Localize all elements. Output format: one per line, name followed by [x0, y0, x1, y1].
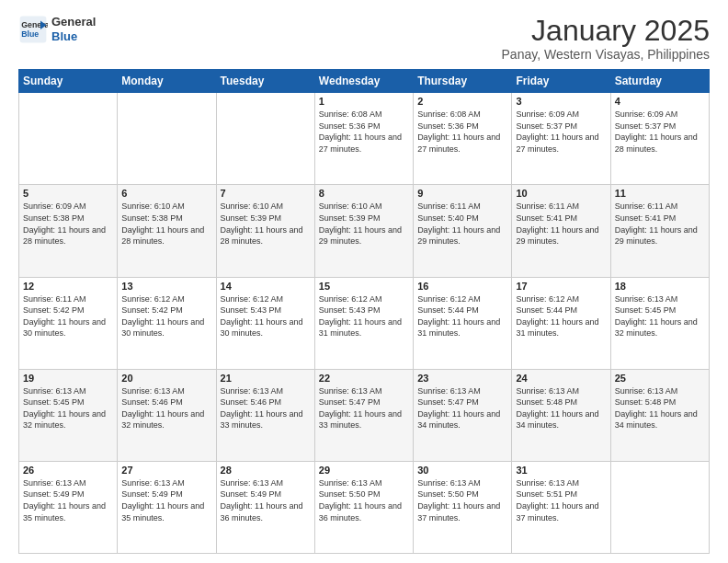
daylight-label: Daylight: 11 hours and 31 minutes.: [516, 317, 598, 339]
calendar-cell: 15Sunrise: 6:12 AMSunset: 5:43 PMDayligh…: [314, 277, 413, 369]
day-number: 9: [417, 188, 507, 199]
day-info: Sunrise: 6:08 AMSunset: 5:36 PMDaylight:…: [319, 109, 409, 155]
sunrise-label: Sunrise: 6:13 AM: [221, 478, 284, 488]
daylight-label: Daylight: 11 hours and 37 minutes.: [417, 501, 500, 523]
calendar-cell: 4Sunrise: 6:09 AMSunset: 5:37 PMDaylight…: [610, 93, 709, 185]
day-info: Sunrise: 6:11 AMSunset: 5:41 PMDaylight:…: [615, 201, 705, 247]
sunset-label: Sunset: 5:47 PM: [417, 397, 479, 407]
daylight-label: Daylight: 11 hours and 32 minutes.: [121, 409, 204, 431]
day-number: 7: [221, 188, 311, 199]
day-number: 17: [516, 281, 606, 292]
sunrise-label: Sunrise: 6:13 AM: [121, 386, 185, 396]
day-number: 10: [516, 188, 606, 199]
day-info: Sunrise: 6:13 AMSunset: 5:45 PMDaylight:…: [615, 293, 705, 339]
page: General Blue General Blue January 2025 P…: [0, 0, 728, 563]
sunset-label: Sunset: 5:41 PM: [516, 213, 577, 223]
calendar-cell: 3Sunrise: 6:09 AMSunset: 5:37 PMDaylight…: [512, 93, 610, 185]
day-number: 6: [121, 188, 211, 199]
day-info: Sunrise: 6:09 AMSunset: 5:37 PMDaylight:…: [516, 109, 606, 155]
title-block: January 2025 Panay, Western Visayas, Phi…: [502, 15, 710, 62]
sunrise-label: Sunrise: 6:13 AM: [615, 386, 678, 396]
day-number: 22: [319, 373, 409, 384]
logo-general: General: [51, 15, 96, 29]
calendar-cell: 10Sunrise: 6:11 AMSunset: 5:41 PMDayligh…: [512, 185, 610, 277]
calendar-cell: 19Sunrise: 6:13 AMSunset: 5:45 PMDayligh…: [19, 369, 118, 461]
daylight-label: Daylight: 11 hours and 28 minutes.: [615, 132, 698, 154]
sunrise-label: Sunrise: 6:09 AM: [516, 109, 579, 119]
calendar-body: 1Sunrise: 6:08 AMSunset: 5:36 PMDaylight…: [19, 93, 710, 554]
sunrise-label: Sunrise: 6:13 AM: [23, 478, 86, 488]
calendar-cell: [610, 461, 709, 553]
sunrise-label: Sunrise: 6:10 AM: [221, 201, 284, 211]
daylight-label: Daylight: 11 hours and 27 minutes.: [417, 132, 500, 154]
daylight-label: Daylight: 11 hours and 28 minutes.: [221, 225, 303, 247]
logo-blue: Blue: [51, 29, 96, 44]
calendar-week-1: 1Sunrise: 6:08 AMSunset: 5:36 PMDaylight…: [19, 93, 710, 185]
daylight-label: Daylight: 11 hours and 34 minutes.: [516, 409, 598, 431]
daylight-label: Daylight: 11 hours and 37 minutes.: [516, 501, 598, 523]
logo-icon: General Blue: [18, 15, 48, 44]
calendar-cell: 9Sunrise: 6:11 AMSunset: 5:40 PMDaylight…: [414, 185, 512, 277]
day-info: Sunrise: 6:10 AMSunset: 5:39 PMDaylight:…: [319, 201, 409, 247]
day-number: 31: [516, 465, 606, 476]
calendar: SundayMondayTuesdayWednesdayThursdayFrid…: [18, 69, 710, 554]
calendar-week-5: 26Sunrise: 6:13 AMSunset: 5:49 PMDayligh…: [19, 461, 710, 553]
day-info: Sunrise: 6:09 AMSunset: 5:38 PMDaylight:…: [23, 201, 113, 247]
day-info: Sunrise: 6:10 AMSunset: 5:39 PMDaylight:…: [221, 201, 311, 247]
day-number: 26: [23, 465, 113, 476]
daylight-label: Daylight: 11 hours and 29 minutes.: [319, 225, 402, 247]
daylight-label: Daylight: 11 hours and 29 minutes.: [516, 225, 598, 247]
sunrise-label: Sunrise: 6:09 AM: [615, 109, 678, 119]
sunset-label: Sunset: 5:49 PM: [121, 489, 183, 499]
calendar-week-3: 12Sunrise: 6:11 AMSunset: 5:42 PMDayligh…: [19, 277, 710, 369]
sunrise-label: Sunrise: 6:11 AM: [23, 294, 86, 304]
day-info: Sunrise: 6:11 AMSunset: 5:41 PMDaylight:…: [516, 201, 606, 247]
svg-text:Blue: Blue: [21, 29, 39, 39]
sunset-label: Sunset: 5:39 PM: [221, 213, 282, 223]
day-number: 16: [417, 281, 507, 292]
calendar-cell: 12Sunrise: 6:11 AMSunset: 5:42 PMDayligh…: [19, 277, 118, 369]
day-info: Sunrise: 6:13 AMSunset: 5:46 PMDaylight:…: [221, 385, 311, 431]
calendar-cell: 11Sunrise: 6:11 AMSunset: 5:41 PMDayligh…: [610, 185, 709, 277]
location: Panay, Western Visayas, Philippines: [502, 47, 710, 62]
day-info: Sunrise: 6:13 AMSunset: 5:49 PMDaylight:…: [23, 477, 113, 523]
daylight-label: Daylight: 11 hours and 30 minutes.: [221, 317, 303, 339]
day-info: Sunrise: 6:12 AMSunset: 5:43 PMDaylight:…: [221, 293, 311, 339]
day-number: 20: [121, 373, 211, 384]
calendar-cell: 16Sunrise: 6:12 AMSunset: 5:44 PMDayligh…: [414, 277, 512, 369]
daylight-label: Daylight: 11 hours and 34 minutes.: [417, 409, 500, 431]
sunset-label: Sunset: 5:44 PM: [417, 305, 479, 315]
day-number: 25: [615, 373, 705, 384]
calendar-cell: 5Sunrise: 6:09 AMSunset: 5:38 PMDaylight…: [19, 185, 118, 277]
sunrise-label: Sunrise: 6:09 AM: [23, 201, 86, 211]
weekday-header-saturday: Saturday: [610, 70, 709, 93]
calendar-cell: 14Sunrise: 6:12 AMSunset: 5:43 PMDayligh…: [216, 277, 314, 369]
day-number: 23: [417, 373, 507, 384]
sunrise-label: Sunrise: 6:08 AM: [417, 109, 481, 119]
calendar-cell: 8Sunrise: 6:10 AMSunset: 5:39 PMDaylight…: [314, 185, 413, 277]
sunset-label: Sunset: 5:41 PM: [615, 213, 677, 223]
daylight-label: Daylight: 11 hours and 33 minutes.: [319, 409, 402, 431]
sunrise-label: Sunrise: 6:13 AM: [221, 386, 284, 396]
day-info: Sunrise: 6:12 AMSunset: 5:43 PMDaylight:…: [319, 293, 409, 339]
logo: General Blue General Blue: [18, 15, 96, 44]
calendar-cell: 28Sunrise: 6:13 AMSunset: 5:49 PMDayligh…: [216, 461, 314, 553]
sunset-label: Sunset: 5:46 PM: [221, 397, 282, 407]
daylight-label: Daylight: 11 hours and 31 minutes.: [417, 317, 500, 339]
weekday-header-sunday: Sunday: [19, 70, 118, 93]
sunrise-label: Sunrise: 6:11 AM: [615, 201, 678, 211]
day-number: 1: [319, 96, 409, 107]
daylight-label: Daylight: 11 hours and 29 minutes.: [417, 225, 500, 247]
sunset-label: Sunset: 5:46 PM: [121, 397, 183, 407]
sunset-label: Sunset: 5:40 PM: [417, 213, 479, 223]
daylight-label: Daylight: 11 hours and 33 minutes.: [221, 409, 303, 431]
day-number: 5: [23, 188, 113, 199]
day-info: Sunrise: 6:13 AMSunset: 5:50 PMDaylight:…: [417, 477, 507, 523]
sunrise-label: Sunrise: 6:11 AM: [516, 201, 579, 211]
sunrise-label: Sunrise: 6:13 AM: [23, 386, 86, 396]
sunset-label: Sunset: 5:49 PM: [221, 489, 282, 499]
sunset-label: Sunset: 5:42 PM: [23, 305, 85, 315]
calendar-cell: 22Sunrise: 6:13 AMSunset: 5:47 PMDayligh…: [314, 369, 413, 461]
weekday-header-monday: Monday: [118, 70, 216, 93]
day-number: 28: [221, 465, 311, 476]
